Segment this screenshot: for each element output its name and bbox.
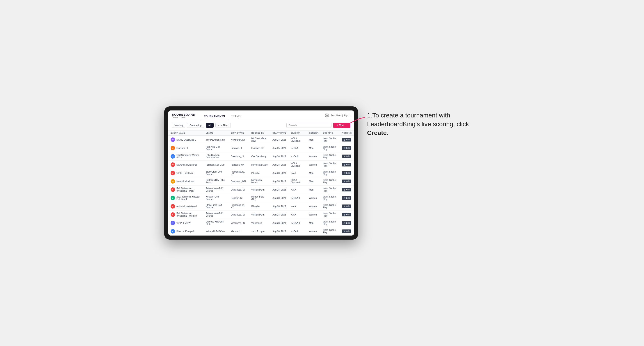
event-icon: u — [170, 204, 175, 208]
actions-cell: Edit — [340, 169, 354, 177]
edit-icon — [344, 139, 346, 141]
edit-button[interactable]: Edit — [342, 229, 352, 233]
hosted-by-cell: Carl Sandburg — [249, 152, 270, 161]
hosted-by-cell: Mt. Saint Mary (NY) — [249, 136, 270, 144]
actions-cell: Edit — [340, 194, 354, 202]
gender-cell: Women — [307, 210, 321, 219]
edit-icon — [344, 172, 346, 174]
edit-button[interactable]: Edit — [342, 204, 352, 208]
division-cell: NJCAA II — [288, 194, 307, 202]
event-icon: M — [170, 163, 175, 167]
event-icon: 2 — [170, 196, 175, 200]
table-header: EVENT NAME VENUE CITY, STATE HOSTED BY S… — [168, 131, 354, 136]
city-state-cell: Freeport, IL — [228, 144, 249, 152]
table-row: u upike fall invitational StoneCrest Gol… — [168, 202, 354, 210]
start-date-cell: Aug 28, 2023 — [270, 194, 288, 202]
gender-cell: Men — [307, 177, 321, 185]
gender-cell: Women — [307, 202, 321, 210]
edit-button[interactable]: Edit — [342, 196, 352, 200]
division-cell: NAIA — [288, 202, 307, 210]
edit-button[interactable]: Edit — [342, 146, 352, 150]
search-input[interactable] — [286, 123, 332, 128]
event-name-text: Klash at Kokopelli — [176, 230, 194, 233]
venue-cell: Park Hills Golf Course — [204, 144, 228, 152]
gender-cell: Women — [307, 161, 321, 169]
competing-filter-btn[interactable]: Competing — [187, 123, 204, 128]
actions-cell: Edit — [340, 202, 354, 210]
division-cell: NAIA — [288, 210, 307, 219]
table-row: U UPIKE Fall Invite StoneCrest Golf Cour… — [168, 169, 354, 177]
event-name-cell: C Carl Sandburg Women FA23 — [168, 152, 204, 161]
table-row: F Fall Statesmen Invitational - Women Ed… — [168, 210, 354, 219]
table-row: M Morris Invitational Ruttger's Bay Lake… — [168, 177, 354, 185]
hosted-by-cell: Murray State (OK) — [249, 194, 270, 202]
edit-button[interactable]: Edit — [342, 213, 352, 216]
filter-icon-btn[interactable]: ≡ ≡ Filter — [216, 123, 231, 128]
event-icon: F — [170, 212, 175, 217]
logo-title: SCOREBOARD — [172, 113, 195, 116]
table-row: H Highland 36 Park Hills Golf Course Fre… — [168, 144, 354, 152]
venue-cell: Edmundson Golf Course — [204, 210, 228, 219]
event-name-cell: M Maverick Invitational — [168, 161, 204, 169]
actions-cell: Edit — [340, 144, 354, 152]
event-name-text: VU PREVIEW — [176, 222, 191, 224]
edit-icon — [344, 189, 346, 190]
scoring-cell: team, Stroke Play — [321, 152, 340, 161]
edit-button[interactable]: Edit — [342, 188, 352, 191]
col-gender: GENDER — [307, 131, 321, 136]
edit-button[interactable]: Edit — [342, 171, 352, 175]
start-date-cell: Aug 28, 2023 — [270, 185, 288, 194]
venue-cell: Hesston Golf Course — [204, 194, 228, 202]
scoring-cell: team, Stroke Play — [321, 202, 340, 210]
event-icon: H — [170, 146, 175, 150]
city-state-cell: Oskaloosa, IA — [228, 185, 249, 194]
table-body: M MSMC Qualifying 1 The Powelton Club Ne… — [168, 136, 354, 236]
gender-cell: Men — [307, 185, 321, 194]
all-filter-btn[interactable]: All — [206, 123, 214, 128]
hosted-by-cell: Highland CC — [249, 144, 270, 152]
hosted-by-cell: Minnesota-Morris — [249, 177, 270, 185]
venue-cell: Cypress Hills Golf Club — [204, 219, 228, 227]
edit-button[interactable]: Edit — [342, 179, 352, 183]
svg-point-0 — [326, 115, 328, 116]
edit-button[interactable]: Edit — [342, 155, 352, 158]
actions-cell: Edit — [340, 227, 354, 236]
gear-icon[interactable] — [325, 113, 329, 117]
tournaments-table: EVENT NAME VENUE CITY, STATE HOSTED BY S… — [168, 131, 354, 236]
event-name-cell: K Klash at Kokopelli — [168, 227, 204, 236]
event-name-cell: M MSMC Qualifying 1 — [168, 136, 204, 144]
event-icon: V — [170, 221, 175, 225]
event-icon: K — [170, 229, 175, 233]
scoring-cell: team, Stroke Play — [321, 210, 340, 219]
event-icon: F — [170, 187, 175, 192]
gender-cell: Men — [307, 144, 321, 152]
nav-tabs: TOURNAMENTS TEAMS — [201, 110, 244, 120]
event-icon: U — [170, 171, 175, 175]
start-date-cell: Aug 28, 2023 — [270, 219, 288, 227]
venue-cell: Faribault Golf Club — [204, 161, 228, 169]
event-name-cell: H Highland 36 — [168, 144, 204, 152]
edit-button[interactable]: Edit — [342, 138, 352, 142]
nav-tab-teams[interactable]: TEAMS — [228, 110, 244, 120]
hosting-filter-btn[interactable]: Hosting — [172, 123, 185, 128]
venue-cell: StoneCrest Golf Course — [204, 169, 228, 177]
start-date-cell: Aug 28, 2023 — [270, 169, 288, 177]
edit-icon — [344, 222, 346, 224]
city-state-cell: Oskaloosa, IA — [228, 210, 249, 219]
edit-icon — [344, 147, 346, 149]
app-header: SCOREBOARD Powered by clippit TOURNAMENT… — [168, 110, 354, 120]
edit-button[interactable]: Edit — [342, 221, 352, 225]
filter-icon: ≡ — [218, 124, 219, 127]
venue-cell: Lake Bracken Country Club — [204, 152, 228, 161]
event-name-text: 2023 Women's Hesston Fall Kickoff — [176, 195, 201, 200]
edit-button[interactable]: Edit — [342, 163, 352, 167]
nav-tab-tournaments[interactable]: TOURNAMENTS — [201, 110, 228, 120]
gender-cell: Women — [307, 227, 321, 236]
annotation-text: 1.To create a tournament with Leaderboar… — [367, 111, 480, 138]
start-date-cell: Aug 28, 2023 — [270, 177, 288, 185]
table-row: K Klash at Kokopelli Kokopelli Golf Club… — [168, 227, 354, 236]
event-name-cell: 2 2023 Women's Hesston Fall Kickoff — [168, 194, 204, 202]
division-cell: NAIA — [288, 169, 307, 177]
col-city-state: CITY, STATE — [228, 131, 249, 136]
division-cell: NJCAA I — [288, 144, 307, 152]
